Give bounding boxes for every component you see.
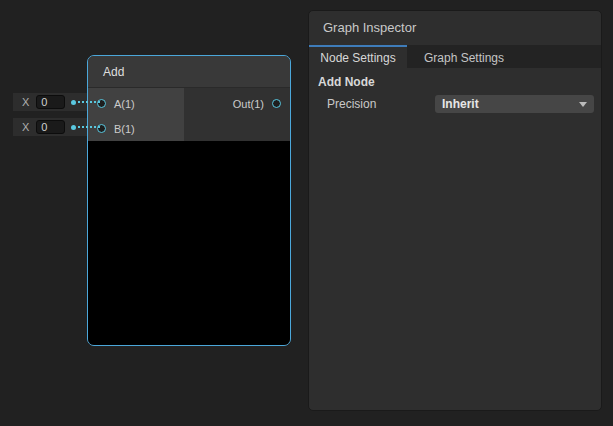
value-field-a[interactable]: 0 — [36, 95, 65, 109]
port-row-a: A(1) — [88, 91, 184, 116]
port-label-b: B(1) — [114, 123, 135, 135]
tab-node-settings[interactable]: Node Settings — [309, 45, 407, 68]
precision-dropdown[interactable]: Inherit — [435, 95, 594, 113]
axis-label-x: X — [22, 96, 29, 108]
node-title[interactable]: Add — [88, 56, 290, 88]
precision-label: Precision — [327, 97, 376, 111]
graph-inspector-panel: Graph Inspector Node Settings Graph Sett… — [308, 10, 602, 411]
axis-label-x: X — [22, 121, 29, 133]
section-title: Add Node — [318, 75, 596, 89]
value-field-b[interactable]: 0 — [36, 120, 65, 134]
tab-graph-settings[interactable]: Graph Settings — [407, 45, 521, 68]
chevron-down-icon — [579, 102, 587, 107]
precision-dropdown-value: Inherit — [442, 97, 479, 111]
edge-dot-icon — [71, 125, 76, 130]
port-label-out: Out(1) — [233, 98, 264, 110]
node-ports: A(1) B(1) Out(1) — [88, 88, 290, 141]
input-port-column: A(1) B(1) — [88, 88, 184, 141]
port-row-b: B(1) — [88, 116, 184, 141]
inspector-content: Add Node Precision Inherit — [309, 68, 601, 119]
output-port-icon[interactable] — [272, 99, 281, 108]
edge-dot-icon — [71, 100, 76, 105]
edge-connector-a — [78, 101, 100, 103]
inspector-tab-strip: Node Settings Graph Settings — [309, 45, 601, 68]
edge-connector-b — [78, 126, 100, 128]
precision-field-row: Precision Inherit — [314, 95, 596, 114]
node-preview — [88, 141, 290, 345]
graph-inspector-title[interactable]: Graph Inspector — [309, 11, 601, 45]
output-port-column: Out(1) — [184, 88, 290, 141]
port-label-a: A(1) — [114, 98, 135, 110]
shader-node-add[interactable]: Add A(1) B(1) Out(1) — [87, 55, 291, 346]
port-row-out: Out(1) — [184, 91, 290, 116]
